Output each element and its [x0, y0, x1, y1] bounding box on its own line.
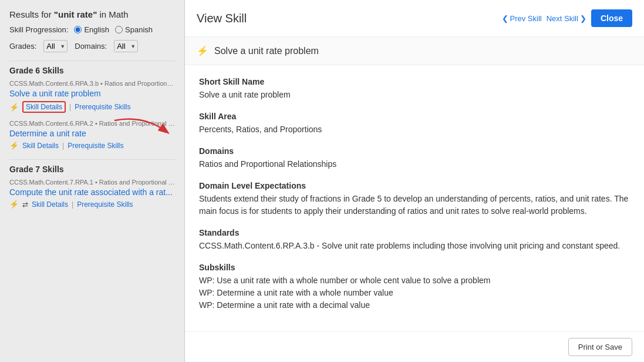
- view-skill-title: View Skill: [197, 12, 247, 25]
- field-standards: Standards CCSS.Math.Content.6.RP.A.3.b -…: [199, 228, 630, 252]
- skill-details-link-2[interactable]: Skill Details: [22, 142, 59, 150]
- bolt-icon-2: ⚡: [9, 141, 19, 150]
- field-value-3: Students extend their study of fractions…: [199, 193, 630, 217]
- field-label-1: Skill Area: [199, 112, 630, 121]
- skill-actions-3: ⚡ ⇄ Skill Details | Prerequisite Skills: [9, 200, 175, 209]
- domains-label: Domains:: [75, 42, 107, 51]
- skill-actions-1: ⚡ Skill Details | Prerequisite Skills: [9, 101, 175, 113]
- search-results-title: Results for "unit rate" in Math: [9, 9, 175, 19]
- skill-details-link-1[interactable]: Skill Details: [22, 101, 66, 113]
- exchange-icon-3: ⇄: [22, 200, 28, 209]
- search-query: "unit rate": [54, 9, 97, 19]
- english-radio[interactable]: [74, 26, 82, 33]
- divider-1: |: [69, 103, 71, 111]
- skill-header-bar: ⚡ Solve a unit rate problem: [185, 37, 644, 65]
- domains-select-wrapper[interactable]: All: [114, 40, 138, 52]
- field-label-5: Subskills: [199, 263, 630, 272]
- skill-standard-3: CCSS.Math.Content.7.RPA.1 • Ratios and P…: [9, 179, 175, 186]
- skill-name-3[interactable]: Compute the unit rate associated with a …: [9, 187, 175, 197]
- chevron-right-icon: ❯: [580, 14, 586, 23]
- domains-select[interactable]: All: [114, 40, 138, 52]
- skill-name-1[interactable]: Solve a unit rate problem: [9, 89, 175, 98]
- skill-details-link-3[interactable]: Skill Details: [32, 200, 68, 209]
- field-value-2: Ratios and Proportional Relationships: [199, 158, 630, 170]
- progression-label: Skill Progression:: [9, 25, 68, 34]
- close-button[interactable]: Close: [591, 9, 632, 27]
- skill-name-2[interactable]: Determine a unit rate: [9, 129, 175, 138]
- field-label-3: Domain Level Expectations: [199, 181, 630, 190]
- prev-skill-label: Prev Skill: [510, 14, 542, 23]
- field-domain-expectations: Domain Level Expectations Students exten…: [199, 181, 630, 217]
- field-label-0: Short Skill Name: [199, 77, 630, 86]
- header-nav: ❮ Prev Skill Next Skill ❯ Close: [502, 9, 633, 27]
- field-skill-area: Skill Area Percents, Ratios, and Proport…: [199, 112, 630, 136]
- skill-standard-1: CCSS.Math.Content.6.RPA.3.b • Ratios and…: [9, 80, 175, 87]
- right-header: View Skill ❮ Prev Skill Next Skill ❯ Clo…: [185, 0, 644, 37]
- skill-progression-row: Skill Progression: English Spanish: [9, 25, 175, 34]
- next-skill-link[interactable]: Next Skill ❯: [547, 14, 586, 23]
- prereq-link-1[interactable]: Prerequisite Skills: [75, 103, 130, 111]
- grades-label: Grades:: [9, 42, 36, 51]
- divider-2: |: [62, 142, 64, 150]
- spanish-radio[interactable]: [115, 26, 123, 33]
- field-subskills: Subskills WP: Use a unit rate with a who…: [199, 263, 630, 311]
- field-value-4: CCSS.Math.Content.6.RP.A.3.b - Solve uni…: [199, 240, 630, 252]
- right-footer: Print or Save: [185, 331, 644, 362]
- right-panel: View Skill ❮ Prev Skill Next Skill ❯ Clo…: [185, 0, 644, 362]
- bolt-icon-1: ⚡: [9, 103, 19, 112]
- prereq-link-3[interactable]: Prerequisite Skills: [77, 200, 133, 209]
- search-suffix: in Math: [97, 9, 128, 19]
- grades-select-wrapper[interactable]: All: [43, 40, 68, 52]
- spanish-label: Spanish: [125, 25, 153, 34]
- grades-select[interactable]: All: [43, 40, 68, 52]
- field-label-2: Domains: [199, 146, 630, 156]
- grade6-section: Grade 6 Skills CCSS.Math.Content.6.RPA.3…: [9, 61, 175, 150]
- print-save-button[interactable]: Print or Save: [568, 338, 632, 356]
- bolt-icon-3: ⚡: [9, 200, 19, 209]
- skill-item-1: CCSS.Math.Content.6.RPA.3.b • Ratios and…: [9, 80, 175, 113]
- field-value-1: Percents, Ratios, and Proportions: [199, 123, 630, 136]
- field-value-0: Solve a unit rate problem: [199, 89, 630, 101]
- skill-header-name: Solve a unit rate problem: [214, 46, 319, 56]
- english-label: English: [84, 25, 109, 34]
- field-value-5: WP: Use a unit rate with a whole number …: [199, 274, 630, 311]
- skill-item-3: CCSS.Math.Content.7.RPA.1 • Ratios and P…: [9, 179, 175, 209]
- prereq-link-2[interactable]: Prerequisite Skills: [68, 142, 123, 150]
- left-panel: Results for "unit rate" in Math Skill Pr…: [0, 0, 185, 362]
- skill-standard-2: CCSS.Math.Content.6.RPA.2 • Ratios and P…: [9, 120, 175, 127]
- skill-content: Short Skill Name Solve a unit rate probl…: [185, 65, 644, 331]
- spanish-radio-label[interactable]: Spanish: [115, 25, 153, 34]
- grade7-title: Grade 7 Skills: [9, 159, 175, 174]
- skill-actions-2: ⚡ Skill Details | Prerequisite Skills: [9, 141, 175, 150]
- skill-item-2: CCSS.Math.Content.6.RPA.2 • Ratios and P…: [9, 120, 175, 150]
- english-radio-label[interactable]: English: [74, 25, 109, 34]
- filters-row: Grades: All Domains: All: [9, 40, 175, 52]
- divider-3: |: [72, 200, 73, 209]
- grade6-title: Grade 6 Skills: [9, 61, 175, 75]
- field-short-skill-name: Short Skill Name Solve a unit rate probl…: [199, 77, 630, 101]
- prev-skill-link[interactable]: ❮ Prev Skill: [502, 14, 542, 23]
- chevron-left-icon: ❮: [502, 14, 508, 23]
- grade7-section: Grade 7 Skills CCSS.Math.Content.7.RPA.1…: [9, 159, 175, 209]
- field-domains: Domains Ratios and Proportional Relation…: [199, 146, 630, 170]
- next-skill-label: Next Skill: [547, 14, 578, 23]
- skill-bolt-icon: ⚡: [197, 45, 208, 56]
- field-label-4: Standards: [199, 228, 630, 237]
